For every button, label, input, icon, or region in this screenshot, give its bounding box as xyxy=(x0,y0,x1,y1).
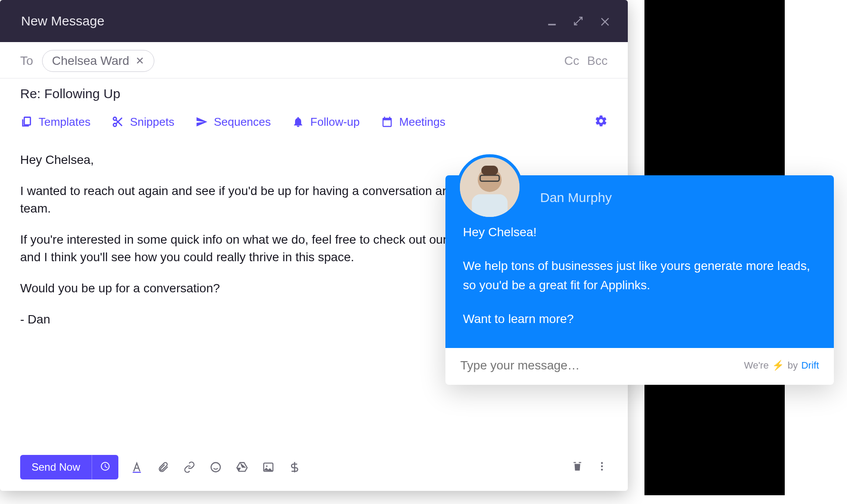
recipient-chip[interactable]: Chelsea Ward ✕ xyxy=(42,50,154,72)
cc-button[interactable]: Cc xyxy=(564,54,579,68)
drift-line1: Hey Chelsea! xyxy=(463,223,816,241)
scissors-icon xyxy=(112,116,124,128)
text-format-button[interactable] xyxy=(131,461,143,473)
clock-icon xyxy=(100,461,110,473)
drift-line2: We help tons of businesses just like you… xyxy=(463,256,816,295)
settings-button[interactable] xyxy=(594,114,608,129)
drift-foot-by: by xyxy=(787,360,797,371)
bolt-icon: ⚡ xyxy=(772,360,784,371)
body-p2-before: If you're interested in some quick info … xyxy=(20,233,450,246)
sequences-label: Sequences xyxy=(214,115,271,129)
drift-foot-pre: We're xyxy=(744,360,769,371)
snippets-label: Snippets xyxy=(130,115,174,129)
svg-point-9 xyxy=(601,469,603,470)
drive-button[interactable] xyxy=(236,461,248,473)
titlebar: New Message xyxy=(0,0,628,42)
svg-rect-0 xyxy=(548,24,555,25)
svg-point-6 xyxy=(266,465,267,467)
attach-button[interactable] xyxy=(157,461,169,473)
expand-icon[interactable] xyxy=(573,15,584,27)
svg-rect-14 xyxy=(481,166,498,175)
subject-field[interactable]: Re: Following Up xyxy=(20,86,608,101)
close-icon[interactable] xyxy=(599,15,611,27)
window-title: New Message xyxy=(21,14,104,28)
drift-brand-link[interactable]: Drift xyxy=(801,360,819,371)
gear-icon xyxy=(594,121,608,129)
minimize-icon[interactable] xyxy=(546,15,558,27)
followup-label: Follow-up xyxy=(310,115,360,129)
format-icons xyxy=(131,461,301,473)
schedule-send-button[interactable] xyxy=(92,455,118,479)
footer-right xyxy=(572,461,608,474)
subject-row: Re: Following Up xyxy=(0,78,628,106)
drift-sender-name: Dan Murphy xyxy=(540,190,816,205)
emoji-button[interactable] xyxy=(210,461,222,473)
bell-icon xyxy=(292,116,304,128)
delete-button[interactable] xyxy=(572,461,583,474)
svg-point-4 xyxy=(211,463,220,472)
avatar xyxy=(457,154,523,220)
drift-footer: We're ⚡ by Drift xyxy=(744,360,819,371)
bcc-button[interactable]: Bcc xyxy=(587,54,608,68)
svg-point-7 xyxy=(601,462,603,464)
snippets-button[interactable]: Snippets xyxy=(112,115,174,129)
followup-button[interactable]: Follow-up xyxy=(292,115,360,129)
dollar-button[interactable] xyxy=(288,461,301,473)
svg-rect-12 xyxy=(472,194,508,217)
drift-input-row: We're ⚡ by Drift xyxy=(445,348,834,385)
svg-point-8 xyxy=(601,465,603,467)
sequences-button[interactable]: Sequences xyxy=(196,115,271,129)
drift-line3: Want to learn more? xyxy=(463,309,816,328)
send-now-button[interactable]: Send Now xyxy=(20,455,92,479)
svg-rect-1 xyxy=(24,117,30,125)
recipient-name: Chelsea Ward xyxy=(52,54,129,68)
drift-message: Hey Chelsea! We help tons of businesses … xyxy=(463,223,816,329)
remove-recipient-icon[interactable]: ✕ xyxy=(135,55,144,67)
templates-icon xyxy=(20,116,32,128)
calendar-icon xyxy=(381,116,393,128)
drift-message-input[interactable] xyxy=(460,358,744,373)
templates-label: Templates xyxy=(39,115,91,129)
compose-toolbar: Templates Snippets Sequences Follow-up xyxy=(0,106,628,138)
link-button[interactable] xyxy=(183,461,196,473)
compose-footer: Send Now xyxy=(0,447,628,491)
meetings-label: Meetings xyxy=(399,115,446,129)
meetings-button[interactable]: Meetings xyxy=(381,115,446,129)
more-button[interactable] xyxy=(596,461,608,474)
titlebar-actions xyxy=(546,15,611,27)
to-row: To Chelsea Ward ✕ Cc Bcc xyxy=(0,42,628,78)
send-group: Send Now xyxy=(20,455,118,479)
to-label: To xyxy=(20,54,33,68)
body-p2-after: and I think you'll see how you could rea… xyxy=(20,250,354,264)
send-icon xyxy=(196,116,208,128)
body-greeting: Hey Chelsea, xyxy=(20,151,608,169)
image-button[interactable] xyxy=(262,461,274,473)
templates-button[interactable]: Templates xyxy=(20,115,91,129)
drift-widget: Dan Murphy Hey Chelsea! We help tons of … xyxy=(445,175,834,385)
